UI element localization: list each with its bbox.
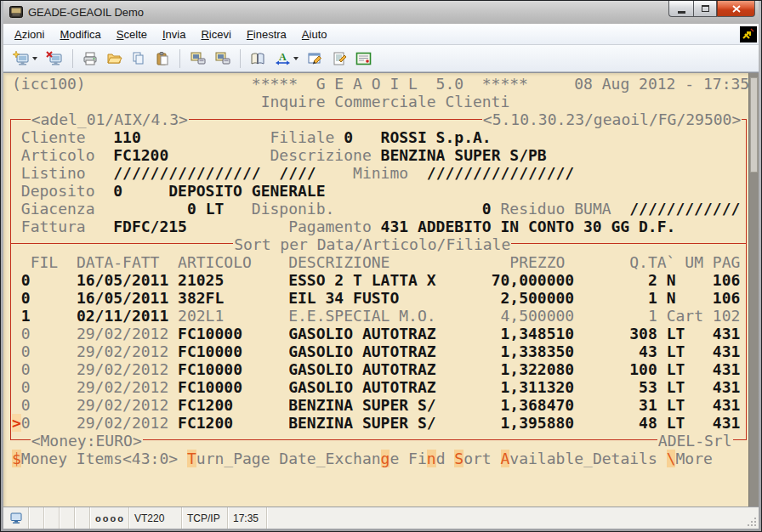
terminal-text-segment: FC10000 (178, 360, 242, 378)
terminal-text-segment: Deposito (21, 182, 95, 200)
copy-button[interactable] (128, 48, 150, 70)
font-button[interactable]: A (271, 48, 302, 70)
menu-item-azioni[interactable]: Azioni (7, 25, 52, 43)
terminal-text-segment: <5.10.30.23/geaoil/FG/29500> (482, 110, 742, 128)
disconnect-session-button[interactable] (43, 48, 66, 70)
terminal-text-segment: 382FL (178, 289, 224, 307)
connection-status-icon (740, 26, 757, 42)
terminal-text-segment: 0 (21, 396, 31, 414)
terminal-text-segment: FIL (31, 253, 59, 271)
terminal-text-segment: ort (463, 450, 492, 467)
terminal-text-segment: DEPOSITO GENERALE (168, 182, 325, 200)
send-to-host-button[interactable] (186, 48, 209, 70)
terminal-text-segment: 1 (21, 307, 31, 325)
terminal-text-segment: Giacenza (21, 200, 95, 218)
menu-item-ricevi[interactable]: Ricevi (193, 25, 238, 43)
window-controls (668, 1, 755, 17)
terminal-text-segment: FC1200 (178, 414, 233, 432)
status-session-icon (3, 507, 29, 529)
terminal-text-segment: 0 (21, 360, 31, 378)
terminal-text-segment: 0 (21, 271, 31, 289)
scrollbar-thumb[interactable] (750, 77, 758, 173)
terminal-text-segment: Cliente (21, 128, 86, 146)
terminal-text-segment: 1,338350 (501, 342, 575, 360)
menu-item-invia[interactable]: Invia (155, 25, 193, 43)
session-notes-button[interactable] (328, 48, 350, 70)
status-cell-empty (29, 507, 44, 529)
menu-item-modifica[interactable]: Modifica (52, 25, 108, 43)
print-button[interactable] (79, 48, 101, 70)
receive-from-host-button[interactable] (211, 48, 234, 70)
toolbar-separator (240, 49, 241, 68)
terminal-text-segment: UM (685, 253, 703, 271)
terminal-text-segment: 0 (344, 128, 353, 146)
license-button[interactable] (352, 48, 375, 70)
copy-icon (131, 51, 146, 66)
new-session-button[interactable] (9, 48, 41, 70)
terminal-text-segment: 0 (21, 289, 31, 307)
maximize-button[interactable] (693, 1, 717, 17)
terminal-text-segment: BENZINA SUPER S/ (288, 414, 435, 432)
title-bar[interactable]: GEADE-GEAOIL Demo (3, 1, 759, 24)
session-notes-icon (332, 51, 347, 66)
terminal-text-segment: 308 (629, 325, 657, 342)
open-button[interactable] (103, 48, 126, 70)
status-cell-empty (44, 507, 60, 529)
terminal-text-segment: 0 (21, 342, 31, 360)
status-cell-empty (60, 507, 75, 529)
terminal-text-segment: 0 (21, 325, 31, 342)
edit-screen-button[interactable] (304, 48, 327, 70)
terminal-text-segment: 70,000000 (492, 271, 575, 289)
terminal-text-segment: FC1200 (178, 396, 233, 414)
terminal-text-segment: 16/05/2011 (77, 271, 168, 289)
terminal-screen[interactable]: (icc100)***** G E A O I L 5.0 *****08 Au… (3, 72, 759, 507)
terminal-text-segment: BENZINA SUPER S/ (288, 396, 435, 414)
address-book-button[interactable] (247, 48, 270, 70)
terminal-text-segment: 29/02/2012 (77, 360, 168, 378)
open-folder-icon (106, 51, 122, 66)
menu-item-aiuto[interactable]: Aiuto (294, 25, 335, 43)
status-time: 17:35 (228, 507, 267, 529)
terminal-text-segment: d (436, 450, 446, 467)
terminal-text-segment: 29/02/2012 (77, 414, 168, 432)
terminal-text-segment: PREZZO (509, 253, 565, 271)
terminal-text-segment: 29/02/2012 (77, 325, 168, 342)
toolbar-separator (72, 49, 73, 68)
terminal-text-segment: LT (667, 378, 685, 396)
terminal-text-segment: Date_Exchan (279, 450, 380, 467)
terminal-text-segment: 1,322080 (501, 360, 575, 378)
terminal-text-segment: 0 (113, 182, 122, 200)
terminal-text-segment: 100 (629, 360, 657, 378)
terminal-text-segment: PAG (713, 253, 741, 271)
terminal-text-segment: GASOLIO AUTOTRAZ (288, 342, 435, 360)
resize-grip[interactable] (747, 517, 757, 527)
terminal-text-segment: 21025 (178, 271, 224, 289)
close-icon (732, 5, 741, 13)
terminal-text-segment: GASOLIO AUTOTRAZ (288, 325, 435, 342)
close-button[interactable] (717, 1, 755, 17)
terminal-text-segment: Filiale (270, 128, 335, 146)
vertical-scrollbar[interactable] (748, 73, 759, 507)
terminal-text-segment: 431 (713, 414, 741, 432)
terminal-text-segment: 106 (713, 271, 741, 289)
terminal-text-segment: EIL 34 FUSTO (288, 289, 399, 307)
terminal-text-segment: 0 LT (187, 200, 224, 218)
terminal-text-segment: 43 (639, 342, 657, 360)
terminal-text-segment: 1,348510 (501, 325, 575, 342)
menu-item-scelte[interactable]: Scelte (109, 25, 155, 43)
terminal-text-segment: LT (667, 325, 685, 342)
terminal-text-segment: LT (667, 342, 685, 360)
menu-bar: AzioniModificaScelteInviaRiceviFinestraA… (3, 24, 759, 45)
menu-item-finestra[interactable]: Finestra (239, 25, 294, 43)
terminal-text-segment: > (12, 414, 21, 432)
font-icon: A (275, 51, 291, 66)
terminal-text-segment: ***** G E A O I L 5.0 ***** (252, 75, 528, 93)
address-book-icon (250, 51, 266, 66)
terminal-text-segment: g (381, 450, 390, 467)
terminal-text-segment: 431 (713, 325, 741, 342)
terminal-text-segment: 431 ADDEBITO IN CONTO 30 GG D.F. (381, 218, 676, 235)
dropdown-arrow-icon (293, 57, 299, 60)
paste-button[interactable] (151, 48, 173, 70)
minimize-button[interactable] (668, 1, 693, 17)
terminal-text-segment: 02/11/2011 (77, 307, 168, 325)
